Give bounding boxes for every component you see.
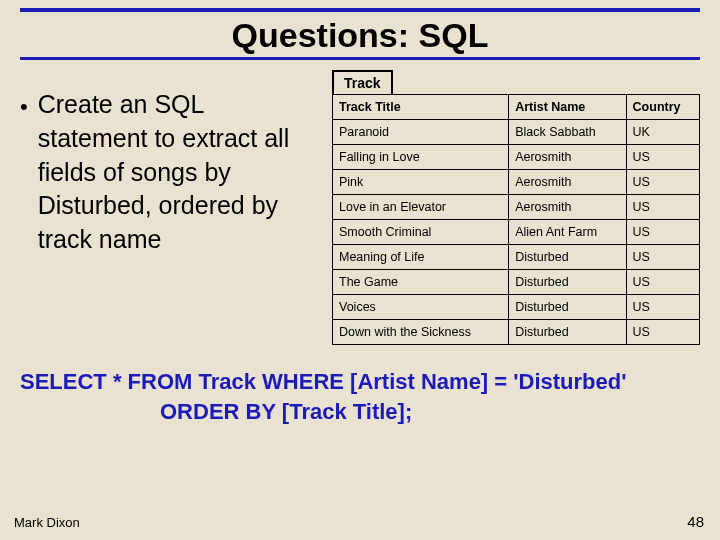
cell-title: Voices: [333, 295, 509, 320]
slide-title: Questions: SQL: [0, 16, 720, 55]
footer-page: 48: [687, 513, 704, 530]
cell-country: UK: [626, 120, 699, 145]
table-row: Meaning of Life Disturbed US: [333, 245, 700, 270]
table-area: Track Track Title Artist Name Country Pa…: [332, 70, 700, 345]
sql-statement: SELECT * FROM Track WHERE [Artist Name] …: [20, 367, 700, 426]
table-label: Track: [332, 70, 393, 94]
sql-line2: ORDER BY [Track Title];: [20, 397, 700, 427]
bullet-marker: •: [20, 88, 28, 123]
cell-country: US: [626, 145, 699, 170]
table-row: Love in an Elevator Aerosmith US: [333, 195, 700, 220]
cell-country: US: [626, 270, 699, 295]
table-row: Voices Disturbed US: [333, 295, 700, 320]
sql-line1: SELECT * FROM Track WHERE [Artist Name] …: [20, 369, 626, 394]
table-header-row: Track Title Artist Name Country: [333, 95, 700, 120]
cell-title: Down with the Sickness: [333, 320, 509, 345]
cell-country: US: [626, 170, 699, 195]
table-row: Down with the Sickness Disturbed US: [333, 320, 700, 345]
cell-title: Smooth Criminal: [333, 220, 509, 245]
cell-artist: Disturbed: [509, 245, 626, 270]
cell-country: US: [626, 245, 699, 270]
top-rule: [20, 8, 700, 12]
title-underline: [20, 57, 700, 60]
bullet-area: • Create an SQL statement to extract all…: [20, 70, 320, 345]
cell-title: Falling in Love: [333, 145, 509, 170]
header-artist-name: Artist Name: [509, 95, 626, 120]
bullet-text: Create an SQL statement to extract all f…: [38, 88, 320, 257]
cell-title: Pink: [333, 170, 509, 195]
cell-title: Paranoid: [333, 120, 509, 145]
table-row: The Game Disturbed US: [333, 270, 700, 295]
cell-artist: Disturbed: [509, 295, 626, 320]
cell-country: US: [626, 195, 699, 220]
table-row: Smooth Criminal Alien Ant Farm US: [333, 220, 700, 245]
footer-author: Mark Dixon: [14, 515, 80, 530]
cell-country: US: [626, 220, 699, 245]
bullet-row: • Create an SQL statement to extract all…: [20, 88, 320, 257]
track-table: Track Title Artist Name Country Paranoid…: [332, 94, 700, 345]
table-row: Falling in Love Aerosmith US: [333, 145, 700, 170]
cell-title: The Game: [333, 270, 509, 295]
cell-artist: Aerosmith: [509, 145, 626, 170]
cell-artist: Aerosmith: [509, 170, 626, 195]
header-country: Country: [626, 95, 699, 120]
cell-artist: Disturbed: [509, 320, 626, 345]
table-row: Pink Aerosmith US: [333, 170, 700, 195]
cell-title: Meaning of Life: [333, 245, 509, 270]
table-row: Paranoid Black Sabbath UK: [333, 120, 700, 145]
content-area: • Create an SQL statement to extract all…: [0, 70, 720, 345]
cell-artist: Black Sabbath: [509, 120, 626, 145]
cell-title: Love in an Elevator: [333, 195, 509, 220]
cell-artist: Aerosmith: [509, 195, 626, 220]
header-track-title: Track Title: [333, 95, 509, 120]
cell-artist: Disturbed: [509, 270, 626, 295]
cell-country: US: [626, 320, 699, 345]
cell-artist: Alien Ant Farm: [509, 220, 626, 245]
cell-country: US: [626, 295, 699, 320]
